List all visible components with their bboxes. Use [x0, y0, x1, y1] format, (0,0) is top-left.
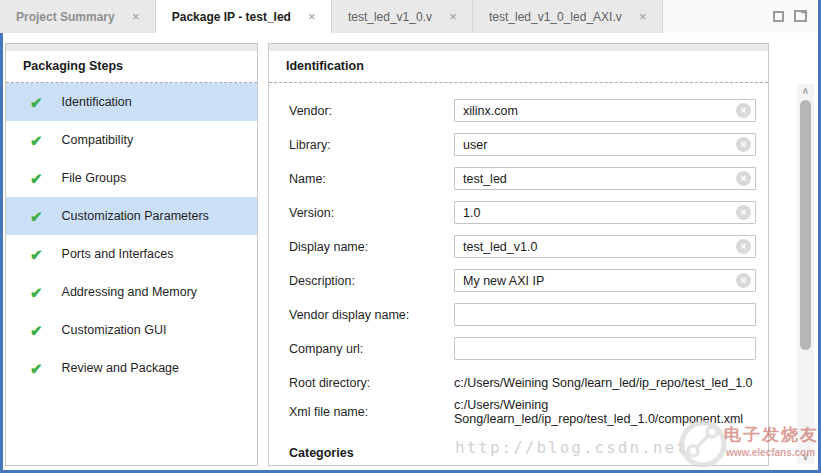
sidebar-item-customization-gui[interactable]: ✔ Customization GUI	[6, 311, 257, 349]
main-title: Identification	[269, 44, 768, 83]
form-row: Root directory: c:/Users/Weining Song/le…	[289, 374, 756, 391]
close-icon[interactable]: ×	[305, 10, 319, 23]
tab-test-led-v1-0[interactable]: test_led_v1_0.v ×	[332, 0, 473, 33]
tab-project-summary[interactable]: Project Summary ×	[0, 0, 156, 33]
form-row: Xml file name: c:/Users/Weining Song/lea…	[289, 403, 756, 420]
step-label: Customization Parameters	[62, 209, 209, 223]
field-label: Name:	[289, 172, 454, 186]
field-label: Vendor display name:	[289, 308, 454, 322]
check-icon: ✔	[30, 95, 43, 110]
form-row: Display name: ×	[289, 235, 756, 258]
sidebar-item-addressing-and-memory[interactable]: ✔ Addressing and Memory	[6, 273, 257, 311]
close-icon[interactable]: ×	[129, 10, 143, 23]
xml-file-name-value: c:/Users/Weining Song/learn_led/ip_repo/…	[454, 398, 756, 426]
vivado-package-ip-window: Project Summary × Package IP - test_led …	[0, 0, 821, 473]
window-controls	[773, 0, 818, 33]
step-label: Customization GUI	[62, 323, 167, 337]
field-label: Display name:	[289, 240, 454, 254]
identification-panel: Identification Vendor: × Library: ×	[268, 43, 769, 466]
clear-icon[interactable]: ×	[736, 171, 751, 186]
field-label: Vendor:	[289, 104, 454, 118]
clear-icon[interactable]: ×	[736, 137, 751, 152]
company-url-input[interactable]	[454, 337, 756, 360]
identification-form: Vendor: × Library: × Name:	[269, 83, 768, 420]
scroll-up-icon[interactable]: ∧	[797, 84, 814, 98]
sidebar-item-ports-and-interfaces[interactable]: ✔ Ports and Interfaces	[6, 235, 257, 273]
step-label: File Groups	[62, 171, 127, 185]
form-row: Name: ×	[289, 167, 756, 190]
check-icon: ✔	[30, 247, 43, 262]
name-input[interactable]	[454, 167, 756, 190]
tab-label: test_led_v1_0_led_AXI.v	[489, 10, 622, 24]
description-input[interactable]	[454, 269, 756, 292]
tab-test-led-axi[interactable]: test_led_v1_0_led_AXI.v ×	[473, 0, 663, 33]
check-icon: ✔	[30, 285, 43, 300]
check-icon: ✔	[30, 361, 43, 376]
vendor-input[interactable]	[454, 99, 756, 122]
sidebar-item-compatibility[interactable]: ✔ Compatibility	[6, 121, 257, 159]
library-input[interactable]	[454, 133, 756, 156]
root-directory-value: c:/Users/Weining Song/learn_led/ip_repo/…	[454, 376, 753, 390]
tabbar-spacer	[663, 0, 773, 33]
form-row: Vendor: ×	[289, 99, 756, 122]
clear-icon[interactable]: ×	[736, 103, 751, 118]
tab-bar: Project Summary × Package IP - test_led …	[0, 0, 818, 33]
field-label: Company url:	[289, 342, 454, 356]
clear-icon[interactable]: ×	[736, 205, 751, 220]
scrollbar-thumb[interactable]	[800, 100, 811, 350]
sidebar-item-file-groups[interactable]: ✔ File Groups	[6, 159, 257, 197]
tab-label: Project Summary	[16, 10, 115, 24]
check-icon: ✔	[30, 171, 43, 186]
float-window-icon[interactable]	[773, 11, 784, 22]
form-row: Library: ×	[289, 133, 756, 156]
vendor-display-name-input[interactable]	[454, 303, 756, 326]
step-label: Identification	[62, 95, 132, 109]
check-icon: ✔	[30, 133, 43, 148]
field-label: Library:	[289, 138, 454, 152]
package-ip-content: Packaging Steps ✔ Identification ✔ Compa…	[0, 33, 818, 473]
step-label: Addressing and Memory	[62, 285, 197, 299]
close-icon[interactable]: ×	[636, 10, 650, 23]
form-row: Company url:	[289, 337, 756, 360]
field-label: Version:	[289, 206, 454, 220]
vertical-scrollbar[interactable]: ∧ ∨	[797, 84, 814, 464]
step-label: Ports and Interfaces	[62, 247, 174, 261]
form-row: Vendor display name:	[289, 303, 756, 326]
sidebar-title: Packaging Steps	[6, 44, 257, 83]
form-row: Description: ×	[289, 269, 756, 292]
packaging-steps-panel: Packaging Steps ✔ Identification ✔ Compa…	[5, 43, 258, 466]
scroll-down-icon[interactable]: ∨	[797, 450, 814, 464]
sidebar-item-customization-parameters[interactable]: ✔ Customization Parameters	[6, 197, 257, 235]
clear-icon[interactable]: ×	[736, 273, 751, 288]
field-label: Description:	[289, 274, 454, 288]
close-icon[interactable]: ×	[446, 10, 460, 23]
clear-icon[interactable]: ×	[736, 239, 751, 254]
sidebar-item-identification[interactable]: ✔ Identification	[6, 83, 257, 121]
open-new-window-icon[interactable]	[794, 11, 806, 22]
tab-label: Package IP - test_led	[172, 10, 291, 24]
check-icon: ✔	[30, 209, 43, 224]
scrollbar-track[interactable]	[797, 98, 814, 450]
sidebar-item-review-and-package[interactable]: ✔ Review and Package	[6, 349, 257, 387]
step-label: Compatibility	[62, 133, 134, 147]
form-row: Version: ×	[289, 201, 756, 224]
version-input[interactable]	[454, 201, 756, 224]
categories-title: Categories	[289, 446, 768, 460]
tab-label: test_led_v1_0.v	[348, 10, 432, 24]
field-label: Xml file name:	[289, 405, 454, 419]
display-name-input[interactable]	[454, 235, 756, 258]
step-label: Review and Package	[62, 361, 179, 375]
field-label: Root directory:	[289, 376, 454, 390]
check-icon: ✔	[30, 323, 43, 338]
tab-package-ip[interactable]: Package IP - test_led ×	[156, 0, 332, 33]
